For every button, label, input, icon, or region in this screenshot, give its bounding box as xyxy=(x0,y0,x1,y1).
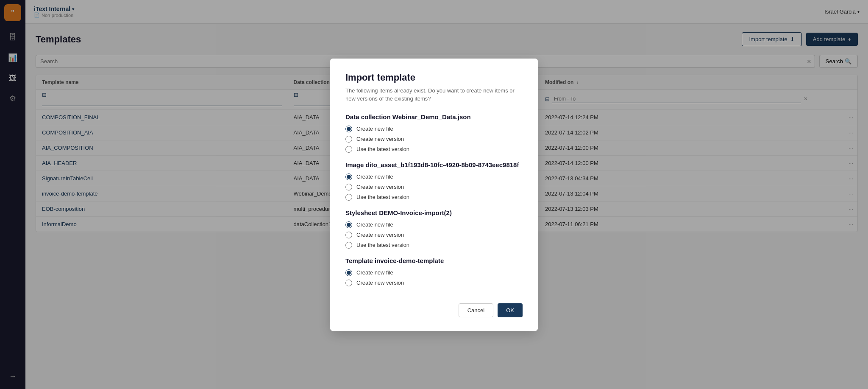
radio-label-img_new_file: Create new file xyxy=(356,174,393,180)
radio-group-data_collection: Create new file Create new version Use t… xyxy=(345,126,523,153)
radio-option-img_latest[interactable]: Use the latest version xyxy=(345,194,523,201)
modal-subtitle: The following items already exist. Do yo… xyxy=(345,87,523,103)
radio-label-dc_latest: Use the latest version xyxy=(356,146,409,152)
modal-footer: Cancel OK xyxy=(345,297,523,317)
cancel-button[interactable]: Cancel xyxy=(459,303,493,317)
modal-section-title-stylesheet: Stylesheet DEMO-Invoice-import(2) xyxy=(345,209,523,216)
radio-option-ss_new_file[interactable]: Create new file xyxy=(345,221,523,228)
radio-group-stylesheet: Create new file Create new version Use t… xyxy=(345,221,523,249)
radio-option-dc_new_version[interactable]: Create new version xyxy=(345,136,523,143)
radio-option-img_new_version[interactable]: Create new version xyxy=(345,184,523,190)
modal-sections: Data collection Webinar_Demo_Data.json C… xyxy=(345,113,523,286)
radio-label-dc_new_file: Create new file xyxy=(356,126,393,132)
radio-option-ss_new_version[interactable]: Create new version xyxy=(345,232,523,238)
radio-option-dc_new_file[interactable]: Create new file xyxy=(345,126,523,132)
radio-label-t_new_file: Create new file xyxy=(356,269,393,276)
radio-option-ss_latest[interactable]: Use the latest version xyxy=(345,242,523,249)
radio-label-ss_new_version: Create new version xyxy=(356,232,404,238)
radio-label-img_new_version: Create new version xyxy=(356,184,404,190)
radio-label-dc_new_version: Create new version xyxy=(356,136,404,142)
radio-label-ss_new_file: Create new file xyxy=(356,221,393,228)
radio-option-img_new_file[interactable]: Create new file xyxy=(345,174,523,180)
import-modal: Import template The following items alre… xyxy=(330,59,538,331)
radio-group-image: Create new file Create new version Use t… xyxy=(345,174,523,201)
radio-label-img_latest: Use the latest version xyxy=(356,194,409,200)
modal-section-title-image: Image dito_asset_b1f193d8-10fc-4920-8b09… xyxy=(345,161,523,168)
modal-overlay: Import template The following items alre… xyxy=(0,0,868,389)
modal-section-title-template: Template invoice-demo-template xyxy=(345,257,523,264)
radio-option-t_new_file[interactable]: Create new file xyxy=(345,269,523,276)
modal-section-title-data_collection: Data collection Webinar_Demo_Data.json xyxy=(345,113,523,120)
radio-option-dc_latest[interactable]: Use the latest version xyxy=(345,146,523,153)
modal-title: Import template xyxy=(345,72,523,83)
radio-label-ss_latest: Use the latest version xyxy=(356,242,409,248)
ok-button[interactable]: OK xyxy=(498,303,523,317)
radio-group-template: Create new file Create new version xyxy=(345,269,523,286)
radio-option-t_new_version[interactable]: Create new version xyxy=(345,280,523,286)
radio-label-t_new_version: Create new version xyxy=(356,280,404,286)
